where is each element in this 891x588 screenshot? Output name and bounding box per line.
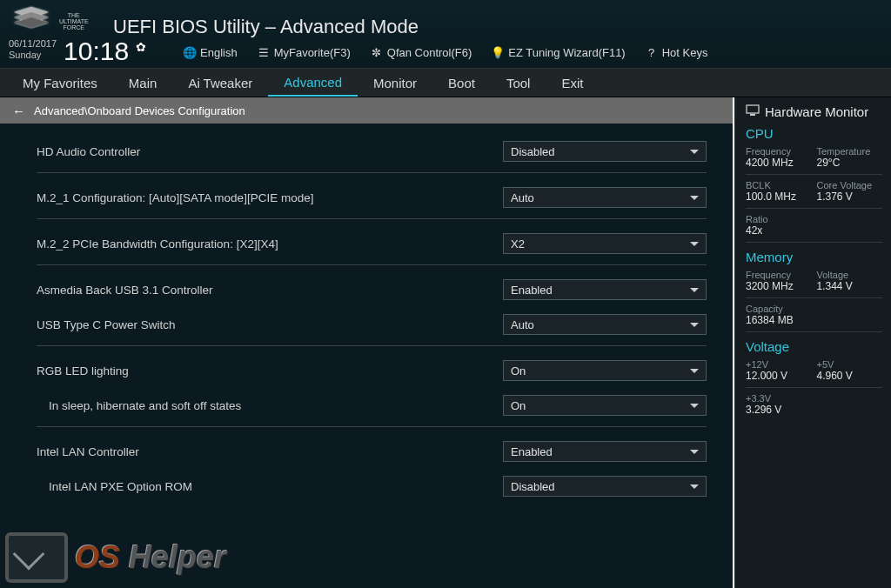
setting-label: Asmedia Back USB 3.1 Controller — [37, 284, 213, 297]
setting-row: Asmedia Back USB 3.1 ControllerEnabled — [37, 271, 707, 305]
chevron-down-icon — [690, 196, 699, 200]
chevron-down-icon — [690, 288, 699, 292]
setting-label: In sleep, hibernate and soft off states — [37, 399, 241, 412]
settings-panel: HD Audio ControllerDisabledM.2_1 Configu… — [0, 124, 734, 588]
hardware-monitor-title: Hardware Monitor — [765, 104, 868, 119]
chevron-down-icon — [690, 323, 699, 327]
tab-boot[interactable]: Boot — [432, 69, 491, 97]
memory-heading: Memory — [746, 250, 882, 264]
setting-value: Disabled — [511, 480, 555, 493]
setting-value: On — [511, 399, 526, 412]
setting-select[interactable]: On — [503, 360, 707, 381]
setting-row: M.2_2 PCIe Bandwidth Configuration: [X2]… — [37, 224, 707, 259]
setting-value: On — [511, 364, 526, 378]
tab-ai-tweaker[interactable]: Ai Tweaker — [172, 69, 268, 97]
logo-block: THE ULTIMATE FORCE — [10, 5, 89, 37]
tab-advanced[interactable]: Advanced — [268, 69, 358, 97]
day: Sunday — [9, 50, 57, 61]
chevron-down-icon — [690, 450, 699, 454]
datetime-block: 06/11/2017 Sunday 10:18 ✿ — [9, 38, 146, 64]
tab-tool[interactable]: Tool — [491, 69, 546, 97]
setting-value: X2 — [511, 237, 525, 251]
setting-label: RGB LED lighting — [37, 364, 129, 378]
tab-monitor[interactable]: Monitor — [358, 69, 432, 97]
chevron-down-icon — [690, 369, 699, 373]
setting-label: HD Audio Controller — [37, 145, 140, 158]
svg-rect-0 — [747, 105, 759, 113]
bulb-icon: 💡 — [491, 45, 505, 59]
setting-label: M.2_2 PCIe Bandwidth Configuration: [X2]… — [37, 237, 278, 251]
gear-icon[interactable]: ✿ — [136, 40, 146, 54]
logo-text: THE ULTIMATE FORCE — [59, 12, 89, 30]
fan-icon: ✼ — [370, 45, 384, 59]
help-icon: ? — [645, 45, 659, 59]
setting-value: Enabled — [511, 445, 553, 458]
setting-select[interactable]: Auto — [503, 187, 707, 208]
chevron-down-icon — [690, 404, 699, 408]
setting-row: In sleep, hibernate and soft off statesO… — [37, 386, 707, 421]
setting-value: Auto — [511, 191, 534, 204]
myfavorite-button[interactable]: ☰ MyFavorite(F3) — [257, 45, 351, 59]
globe-icon: 🌐 — [183, 45, 197, 59]
back-arrow-icon[interactable]: ← — [12, 104, 25, 118]
setting-label: Intel LAN PXE Option ROM — [37, 480, 192, 493]
setting-select[interactable]: Enabled — [503, 279, 707, 300]
setting-select[interactable]: Disabled — [503, 141, 707, 162]
app-title: UEFI BIOS Utility – Advanced Mode — [113, 16, 419, 38]
divider — [37, 172, 707, 173]
chevron-down-icon — [690, 484, 699, 489]
hardware-monitor-panel: Hardware Monitor CPU Frequency4200 MHz T… — [734, 97, 891, 588]
tab-my-favorites[interactable]: My Favorites — [7, 69, 113, 97]
setting-row: Intel LAN ControllerEnabled — [37, 432, 707, 467]
setting-value: Enabled — [511, 284, 553, 297]
language-button[interactable]: 🌐 English — [183, 45, 238, 59]
hotkeys-button[interactable]: ? Hot Keys — [645, 45, 708, 59]
divider — [37, 345, 707, 346]
setting-select[interactable]: X2 — [503, 233, 707, 254]
monitor-icon — [746, 104, 760, 119]
tuf-logo-icon — [10, 5, 52, 37]
tab-exit[interactable]: Exit — [546, 69, 599, 97]
time: 10:18 — [64, 38, 129, 64]
chevron-down-icon — [690, 150, 699, 154]
setting-row: HD Audio ControllerDisabled — [37, 132, 707, 167]
setting-select[interactable]: Enabled — [503, 441, 707, 462]
divider — [37, 426, 707, 427]
setting-label: M.2_1 Configuration: [Auto][SATA mode][P… — [37, 191, 313, 204]
voltage-heading: Voltage — [746, 339, 882, 354]
setting-value: Disabled — [511, 145, 555, 158]
setting-row: USB Type C Power SwitchAuto — [37, 305, 707, 340]
setting-row: Intel LAN PXE Option ROMDisabled — [37, 467, 707, 502]
divider — [37, 264, 707, 265]
date: 06/11/2017 — [9, 38, 57, 50]
header: THE ULTIMATE FORCE UEFI BIOS Utility – A… — [0, 0, 891, 68]
list-icon: ☰ — [257, 45, 271, 59]
setting-select[interactable]: Auto — [503, 314, 707, 335]
svg-rect-1 — [750, 114, 755, 116]
breadcrumb: ← Advanced\Onboard Devices Configuration — [0, 97, 734, 124]
eztuning-button[interactable]: 💡 EZ Tuning Wizard(F11) — [491, 45, 625, 59]
setting-label: USB Type C Power Switch — [37, 318, 176, 331]
tab-main[interactable]: Main — [113, 69, 173, 97]
setting-row: M.2_1 Configuration: [Auto][SATA mode][P… — [37, 178, 707, 213]
header-toolbar: 🌐 English ☰ MyFavorite(F3) ✼ Qfan Contro… — [183, 45, 707, 59]
main-nav: My FavoritesMainAi TweakerAdvancedMonito… — [0, 68, 891, 97]
setting-row: RGB LED lightingOn — [37, 351, 707, 386]
chevron-down-icon — [690, 242, 699, 246]
cpu-heading: CPU — [746, 126, 882, 141]
setting-value: Auto — [511, 318, 534, 331]
divider — [37, 218, 707, 219]
breadcrumb-path: Advanced\Onboard Devices Configuration — [34, 104, 245, 117]
setting-label: Intel LAN Controller — [37, 445, 139, 458]
setting-select[interactable]: On — [503, 395, 707, 416]
qfan-button[interactable]: ✼ Qfan Control(F6) — [370, 45, 472, 59]
setting-select[interactable]: Disabled — [503, 476, 707, 497]
